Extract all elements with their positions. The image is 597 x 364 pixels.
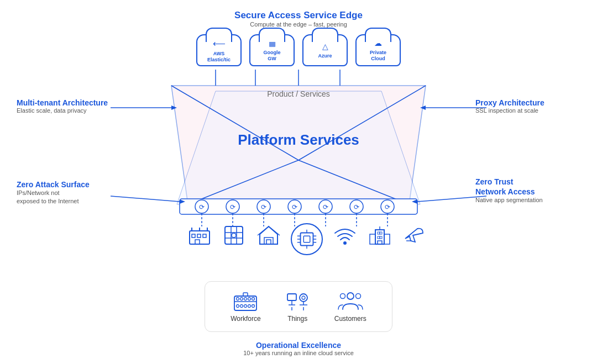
customers-item: Customers [334,291,366,323]
product-services-label: Product / Services [267,89,330,98]
aws-label: AWSElastic/tic [207,51,231,63]
svg-point-53 [232,233,236,238]
azure-label: Azure [318,53,332,59]
svg-rect-68 [370,234,375,244]
zero-trust-desc: Native app segmentation [475,197,580,203]
google-icon: ▦ [269,39,276,48]
svg-point-11 [319,200,332,213]
zero-attack-title: Zero Attack Surface [17,180,122,189]
svg-rect-70 [378,232,380,234]
iot-icon [295,228,318,251]
op-excellence-title: Operational Excellence [243,341,354,350]
svg-point-101 [355,294,360,299]
zero-trust-label: Zero TrustNetwork Access Native app segm… [475,177,580,203]
svg-text:⟳: ⟳ [261,203,266,211]
svg-text:⟳: ⟳ [385,203,390,211]
things-label: Things [287,315,307,323]
svg-rect-55 [266,240,271,244]
zero-attack-label: Zero Attack Surface IPs/Network notexpos… [17,180,122,206]
svg-text:⟳: ⟳ [292,203,297,211]
device-home [256,223,281,247]
svg-point-84 [237,305,239,308]
wifi-icon [333,223,357,247]
sase-section: Secure Access Service Edge Compute at th… [234,10,363,28]
svg-point-86 [244,305,247,308]
zero-trust-title: Zero TrustNetwork Access [475,177,580,197]
platform-services-label: Platform Services [238,131,359,149]
device-factory [187,223,212,247]
server-icon [222,223,246,247]
svg-point-82 [248,298,251,300]
svg-rect-42 [197,234,201,238]
svg-text:⟳: ⟳ [323,203,328,211]
svg-point-12 [350,200,363,213]
multi-tenant-label: Multi-tenant Architecture Elastic scale,… [17,98,122,114]
svg-text:⟳: ⟳ [199,203,205,211]
svg-rect-73 [380,236,382,239]
svg-point-79 [237,298,239,300]
svg-point-10 [288,200,301,213]
google-label: GoogleGW [264,50,281,62]
svg-point-85 [240,305,243,308]
device-city [368,223,392,247]
svg-marker-31 [180,199,185,204]
cloud-aws: ⟵ AWSElastic/tic [196,34,242,66]
svg-rect-6 [180,199,417,214]
device-server [222,223,246,247]
svg-text:⟳: ⟳ [230,203,235,211]
svg-text:⟳: ⟳ [354,203,359,211]
sase-subtitle: Compute at the edge – fast, peering [234,21,363,28]
svg-point-81 [244,298,247,300]
svg-point-7 [195,200,208,213]
svg-rect-44 [195,240,200,244]
multi-tenant-title: Multi-tenant Architecture [17,98,122,107]
svg-point-80 [240,298,243,300]
svg-point-66 [343,241,347,245]
aws-icon: ⟵ [213,38,226,49]
svg-point-99 [347,293,354,299]
svg-point-94 [302,296,305,299]
svg-rect-89 [243,293,248,296]
svg-marker-33 [420,105,426,110]
bottom-card: Workforce Things [205,281,392,332]
svg-rect-77 [234,296,256,310]
sase-title: Secure Access Service Edge [234,10,363,21]
device-wifi [333,223,357,247]
multi-tenant-desc: Elastic scale, data privacy [17,107,122,114]
proxy-arch-desc: SSL inspection at scale [475,107,580,114]
things-item: Things [285,291,310,323]
factory-icon [187,223,212,247]
azure-icon: △ [322,42,328,51]
cloud-providers-row: ⟵ AWSElastic/tic ▦ GoogleGW △ Azure ☁ Pr… [196,34,401,66]
svg-rect-48 [225,226,243,244]
cloud-google: ▦ GoogleGW [249,34,295,66]
zero-attack-desc: IPs/Network notexposed to the Internet [17,189,122,206]
svg-point-88 [252,305,255,308]
svg-point-8 [226,200,239,213]
svg-rect-93 [300,294,307,302]
svg-rect-71 [380,232,382,234]
cloud-azure: △ Azure [302,34,348,66]
device-icons-row [182,223,431,255]
svg-marker-29 [171,105,177,110]
device-iot-highlighted [291,223,323,255]
svg-marker-54 [260,226,277,244]
svg-point-100 [340,294,345,299]
svg-point-9 [257,200,270,213]
svg-point-83 [252,298,255,300]
svg-point-87 [248,305,251,308]
workforce-item: Workforce [231,291,260,323]
svg-rect-57 [303,236,310,242]
city-icon [368,223,392,247]
proxy-arch-title: Proxy Architecture [475,98,580,107]
customers-label: Customers [334,315,366,323]
workforce-label: Workforce [231,315,260,323]
svg-line-5 [298,160,409,204]
op-excellence-subtitle: 10+ years running an inline cloud servic… [243,350,354,356]
private-cloud-label: PrivateCloud [370,50,386,62]
svg-rect-69 [384,234,390,244]
svg-marker-35 [412,199,417,204]
svg-rect-43 [203,234,206,238]
customers-icon [337,291,364,312]
workforce-icon [233,291,258,312]
